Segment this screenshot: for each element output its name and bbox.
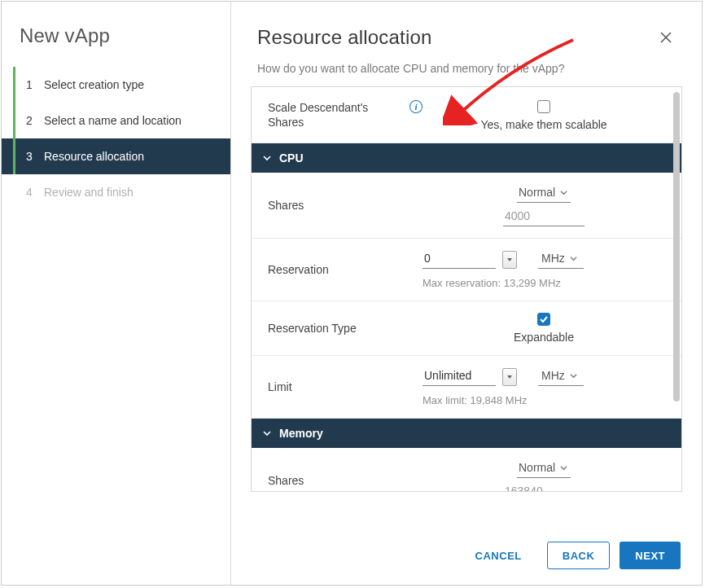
cpu-limit-control: MHz Max limit: 19,848 MHz [423, 367, 665, 406]
step-label: Select creation type [44, 78, 144, 91]
cpu-reservation-input[interactable] [423, 250, 496, 269]
wizard-footer: CANCEL BACK NEXT [231, 526, 702, 585]
scale-checkbox-label: Yes, make them scalable [480, 118, 606, 131]
row-cpu-limit: Limit MHz Max limit: 19,84 [252, 356, 681, 419]
scale-control: Yes, make them scalable [423, 100, 665, 131]
memory-shares-label: Shares [268, 473, 423, 488]
cpu-expandable-label: Expandable [514, 331, 574, 344]
cpu-reservation-unit: MHz [541, 252, 565, 265]
step-select-name-location[interactable]: 2 Select a name and location [2, 103, 230, 138]
step-progress-bar [13, 103, 15, 138]
allocation-scroll[interactable]: Scale Descendant's Shares i Yes, make th… [252, 87, 681, 491]
scrollbar-thumb[interactable] [673, 92, 680, 402]
step-progress-bar [13, 138, 15, 174]
scale-label: Scale Descendant's Shares [268, 100, 405, 129]
back-button[interactable]: BACK [547, 542, 611, 569]
step-number: 1 [26, 78, 39, 91]
cpu-reservation-unit-select[interactable]: MHz [538, 250, 584, 269]
step-number: 4 [26, 186, 39, 199]
main-header: Resource allocation [231, 2, 702, 59]
cpu-limit-stepper[interactable] [502, 368, 517, 386]
close-icon [659, 31, 672, 44]
step-number: 2 [26, 114, 39, 127]
cpu-reservation-label: Reservation [268, 262, 423, 277]
page-subhead: How do you want to allocate CPU and memo… [231, 59, 702, 86]
memory-shares-control: Normal [423, 459, 665, 491]
close-button[interactable] [656, 28, 676, 47]
memory-shares-level-select[interactable]: Normal [517, 459, 571, 478]
cpu-reservation-type-label: Reservation Type [268, 321, 423, 336]
new-vapp-dialog: New vApp 1 Select creation type 2 Select… [1, 1, 703, 586]
step-label: Review and finish [44, 186, 134, 199]
step-progress-bar [13, 67, 15, 103]
cpu-shares-level-value: Normal [519, 186, 555, 199]
cpu-shares-label: Shares [268, 198, 423, 213]
scale-label-wrap: Scale Descendant's Shares i [268, 100, 423, 129]
cpu-reservation-control: MHz Max reservation: 13,299 MHz [423, 250, 665, 289]
allocation-panel: Scale Descendant's Shares i Yes, make th… [251, 86, 682, 492]
cpu-limit-unit-select[interactable]: MHz [538, 367, 584, 386]
row-memory-shares: Shares Normal [252, 448, 681, 491]
section-memory-header[interactable]: Memory [252, 419, 681, 448]
row-cpu-shares: Shares Normal [252, 173, 681, 239]
chevron-down-icon [261, 152, 273, 164]
cpu-expandable-checkbox[interactable] [537, 313, 550, 326]
step-select-creation-type[interactable]: 1 Select creation type [2, 67, 230, 103]
chevron-down-icon [570, 372, 577, 380]
cpu-shares-control: Normal [423, 184, 665, 226]
memory-shares-value-input[interactable] [503, 483, 585, 491]
section-cpu-header[interactable]: CPU [252, 143, 681, 173]
step-resource-allocation[interactable]: 3 Resource allocation [2, 138, 230, 174]
step-label: Select a name and location [44, 114, 182, 127]
sidebar-title: New vApp [2, 21, 230, 67]
wizard-sidebar: New vApp 1 Select creation type 2 Select… [2, 2, 231, 585]
info-icon[interactable]: i [409, 100, 423, 113]
cpu-reservation-hint: Max reservation: 13,299 MHz [423, 277, 665, 289]
cpu-limit-label: Limit [268, 380, 423, 394]
step-label: Resource allocation [44, 150, 144, 163]
cpu-reservation-stepper[interactable] [502, 251, 517, 269]
step-review-finish[interactable]: 4 Review and finish [2, 174, 230, 210]
row-cpu-reservation: Reservation MHz Max reserv [252, 239, 681, 301]
section-memory-title: Memory [279, 427, 323, 440]
cpu-limit-hint: Max limit: 19,848 MHz [423, 394, 665, 406]
wizard-steps: 1 Select creation type 2 Select a name a… [2, 67, 230, 210]
memory-shares-level-value: Normal [519, 461, 555, 474]
step-progress-bar [13, 174, 15, 210]
chevron-down-icon [570, 255, 577, 262]
scale-checkbox[interactable] [537, 100, 550, 113]
step-number: 3 [26, 150, 39, 163]
chevron-down-icon [560, 464, 567, 472]
scrollbar-track [673, 90, 680, 488]
cpu-reservation-type-control: Expandable [423, 313, 665, 344]
caret-down-icon [506, 257, 513, 263]
cpu-limit-input[interactable] [423, 367, 496, 386]
row-scale-descendants: Scale Descendant's Shares i Yes, make th… [252, 87, 681, 143]
wizard-main: Resource allocation How do you want to a… [231, 2, 702, 585]
page-title: Resource allocation [257, 26, 432, 49]
row-cpu-reservation-type: Reservation Type Expandable [252, 301, 681, 356]
chevron-down-icon [560, 189, 567, 196]
cpu-limit-unit: MHz [541, 369, 565, 382]
next-button[interactable]: NEXT [620, 542, 681, 569]
cancel-button[interactable]: CANCEL [460, 542, 537, 569]
cpu-shares-value-input[interactable] [503, 208, 585, 226]
caret-down-icon [506, 374, 513, 380]
cpu-shares-level-select[interactable]: Normal [517, 184, 571, 203]
section-cpu-title: CPU [279, 151, 304, 165]
chevron-down-icon [261, 428, 273, 439]
